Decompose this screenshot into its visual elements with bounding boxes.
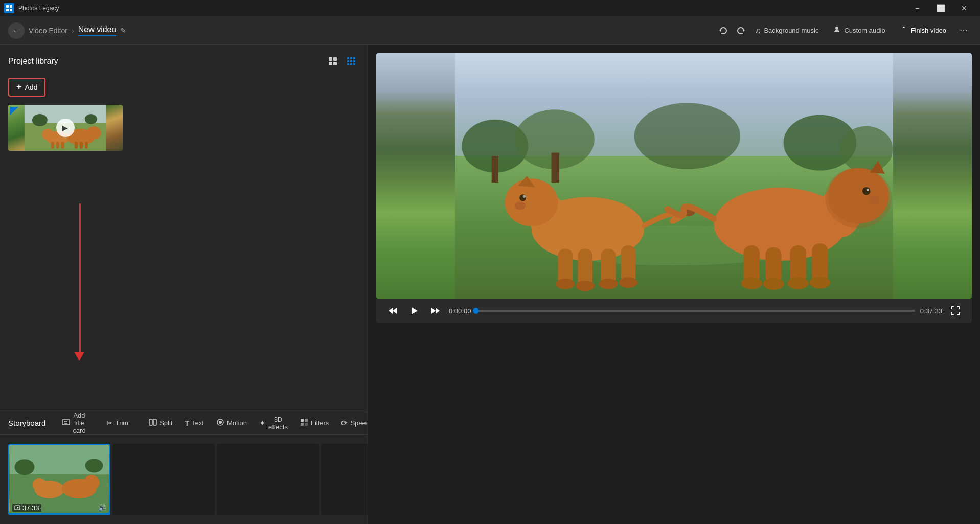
- trim-button[interactable]: ✂ Trim: [102, 417, 133, 430]
- project-library: Project library: [0, 45, 368, 412]
- fullscreen-button[interactable]: [947, 303, 964, 319]
- svg-point-20: [32, 114, 48, 126]
- project-library-header: Project library: [8, 53, 359, 70]
- add-button[interactable]: + Add: [8, 78, 45, 97]
- svg-rect-2: [6, 9, 9, 11]
- 3d-effects-button[interactable]: ✦ 3D effects: [255, 414, 292, 433]
- svg-rect-63: [492, 156, 498, 183]
- svg-rect-11: [353, 57, 355, 59]
- svg-point-85: [825, 167, 892, 228]
- split-button[interactable]: Split: [145, 416, 176, 430]
- storyboard-items-list: 37.33 🔊: [0, 435, 368, 524]
- storyboard: Storyboard Add title card ✂ Trim: [0, 412, 368, 524]
- svg-point-72: [515, 202, 526, 210]
- svg-point-71: [523, 195, 526, 198]
- svg-rect-42: [305, 423, 308, 426]
- titlebar-title: Photos Legacy: [18, 5, 59, 12]
- svg-rect-13: [350, 60, 352, 62]
- svg-rect-24: [51, 142, 54, 149]
- maximize-button[interactable]: ⬜: [929, 0, 952, 16]
- play-pause-button[interactable]: [406, 303, 422, 319]
- add-title-card-label: Add title card: [73, 412, 85, 435]
- svg-marker-99: [393, 308, 397, 314]
- svg-point-53: [84, 475, 100, 490]
- split-label: Split: [159, 419, 172, 427]
- text-button[interactable]: T Text: [180, 417, 208, 429]
- svg-point-4: [835, 27, 838, 30]
- svg-point-88: [867, 189, 869, 191]
- play-icon: [409, 306, 419, 316]
- svg-point-80: [599, 279, 618, 289]
- custom-audio-button[interactable]: Custom audio: [828, 22, 890, 39]
- svg-point-97: [809, 277, 831, 288]
- svg-rect-31: [85, 142, 88, 149]
- finish-video-icon: [900, 26, 908, 36]
- edit-title-icon[interactable]: ✎: [120, 27, 126, 35]
- svg-point-87: [862, 187, 871, 195]
- storyboard-title: Storyboard: [8, 419, 45, 427]
- storyboard-clip-1[interactable]: 37.33 🔊: [8, 444, 110, 515]
- svg-rect-29: [75, 142, 78, 149]
- small-grid-button[interactable]: [343, 53, 359, 70]
- svg-rect-7: [329, 62, 332, 65]
- play-button-overlay[interactable]: ▶: [56, 119, 75, 137]
- drag-arrow: [78, 203, 84, 361]
- motion-label: Motion: [227, 419, 247, 427]
- large-grid-button[interactable]: [325, 53, 341, 70]
- svg-rect-40: [305, 419, 308, 422]
- appbar: ← Video Editor › New video ✎ ♫ Backgroun…: [0, 16, 980, 45]
- svg-point-48: [15, 459, 35, 475]
- add-title-card-button[interactable]: Add title card: [58, 409, 89, 437]
- svg-rect-30: [80, 142, 83, 149]
- filters-label: Filters: [311, 419, 329, 427]
- svg-point-23: [42, 129, 54, 140]
- total-time: 0:37.33: [920, 307, 942, 315]
- speed-label: Speed: [350, 419, 370, 427]
- svg-point-81: [619, 277, 637, 288]
- forward-button[interactable]: [427, 303, 444, 319]
- svg-point-21: [85, 114, 97, 124]
- titlebar: Photos Legacy − ⬜ ✕: [0, 0, 980, 16]
- svg-marker-102: [436, 308, 440, 314]
- video-main-scene: [376, 53, 972, 299]
- text-icon: T: [185, 419, 189, 427]
- svg-rect-8: [333, 62, 337, 65]
- more-options-button[interactable]: ⋯: [955, 22, 972, 39]
- breadcrumb-separator: ›: [72, 27, 74, 35]
- close-button[interactable]: ✕: [952, 0, 976, 16]
- media-item[interactable]: ▶: [8, 105, 123, 151]
- svg-point-95: [763, 278, 784, 290]
- bg-music-button[interactable]: ♫ Background music: [749, 23, 824, 38]
- current-time: 0:00.00: [449, 307, 471, 315]
- filters-icon: [300, 418, 308, 428]
- svg-point-96: [787, 277, 809, 289]
- svg-marker-55: [17, 507, 19, 509]
- redo-button[interactable]: [733, 22, 749, 39]
- video-scene: [376, 53, 972, 299]
- finish-video-label: Finish video: [911, 27, 946, 34]
- breadcrumb-parent[interactable]: Video Editor: [29, 27, 67, 35]
- svg-rect-5: [329, 57, 332, 61]
- back-button[interactable]: ←: [8, 22, 25, 39]
- right-panel: 0:00.00 0:37.33: [368, 45, 980, 524]
- minimize-button[interactable]: −: [905, 0, 929, 16]
- video-controls: 0:00.00 0:37.33: [376, 299, 972, 323]
- video-progress-bar[interactable]: [476, 310, 915, 312]
- fullscreen-icon: [951, 306, 960, 315]
- motion-button[interactable]: Motion: [212, 416, 251, 430]
- storyboard-empty-2: [217, 444, 319, 515]
- finish-video-button[interactable]: Finish video: [895, 22, 951, 39]
- filters-button[interactable]: Filters: [296, 416, 333, 430]
- rewind-button[interactable]: [384, 303, 401, 319]
- svg-rect-39: [301, 419, 304, 422]
- undo-button[interactable]: [715, 22, 731, 39]
- svg-marker-101: [431, 308, 436, 314]
- media-thumbnail: ▶: [8, 105, 123, 151]
- svg-point-79: [576, 281, 595, 291]
- back-icon: ←: [13, 27, 20, 35]
- svg-point-62: [634, 103, 741, 169]
- duration-value: 37.33: [22, 504, 39, 512]
- svg-point-94: [741, 277, 763, 289]
- view-controls: [325, 53, 359, 70]
- current-title: New video: [78, 25, 117, 36]
